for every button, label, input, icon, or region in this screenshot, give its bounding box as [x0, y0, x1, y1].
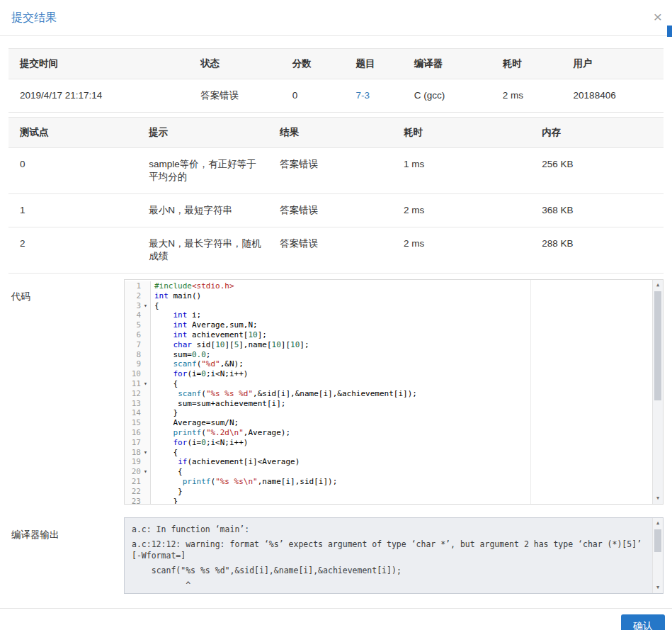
confirm-button[interactable]: 确认	[621, 614, 665, 630]
code-line: 4 int i;	[125, 310, 663, 320]
line-number: 6	[125, 330, 141, 340]
line-number: 8	[125, 350, 141, 360]
code-line-content: {	[151, 301, 663, 311]
line-number-gutter: 19	[125, 457, 151, 467]
fold-gutter-spacer	[141, 408, 150, 418]
column-header-status: 状态	[189, 49, 281, 79]
cell-result: 答案错误	[268, 227, 392, 274]
code-line-content: if(achievement[i]<Average)	[151, 457, 663, 467]
fold-gutter-spacer	[141, 330, 150, 340]
line-number: 1	[125, 281, 141, 291]
fold-gutter-spacer	[141, 438, 150, 448]
cell-testcase-id: 2	[8, 227, 137, 274]
cell-compiler: C (gcc)	[403, 79, 491, 113]
code-line: 13 sum=sum+achievement[i];	[125, 399, 663, 409]
column-header-user: 用户	[562, 49, 664, 79]
line-number-gutter: 18▾	[125, 448, 151, 458]
line-number-gutter: 4	[125, 310, 151, 320]
code-line-content: Average=sum/N;	[151, 418, 663, 428]
code-line-content: {	[151, 379, 663, 389]
fold-gutter-spacer	[141, 291, 150, 301]
code-line-content: }	[151, 497, 663, 505]
column-header-time-used: 耗时	[392, 118, 530, 148]
fold-gutter-spacer	[141, 389, 150, 399]
code-line: 23 }	[125, 497, 663, 505]
compiler-output[interactable]: a.c: In function ‘main’:a.c:12:12: warni…	[124, 517, 664, 594]
column-header-hint: 提示	[137, 118, 268, 148]
line-number-gutter: 3▾	[125, 301, 151, 311]
cell-time-used: 2 ms	[392, 194, 530, 227]
line-number: 12	[125, 389, 141, 399]
cell-memory: 256 KB	[530, 148, 664, 194]
scroll-down-icon[interactable]: ▼	[653, 583, 663, 593]
code-line-content: }	[151, 408, 663, 418]
code-scrollbar-thumb[interactable]	[654, 291, 661, 400]
code-line: 9 scanf("%d",&N);	[125, 359, 663, 369]
close-icon[interactable]: ×	[654, 9, 662, 24]
fold-gutter-spacer	[141, 497, 150, 505]
fold-toggle-icon[interactable]: ▾	[141, 467, 150, 477]
modal-footer: 确认	[0, 608, 672, 630]
code-line-content: }	[151, 487, 663, 497]
cell-problem: 7-3	[345, 79, 403, 113]
line-number: 21	[125, 477, 141, 487]
code-section: 代码 1#include<stdio.h>2int main()3▾{4 int…	[8, 279, 664, 505]
code-line: 17 for(i=0;i<N;i++)	[125, 438, 663, 448]
code-editor[interactable]: 1#include<stdio.h>2int main()3▾{4 int i;…	[124, 279, 664, 505]
code-label: 代码	[8, 279, 124, 303]
code-line-content: {	[151, 467, 663, 477]
code-line: 8 sum=0.0;	[125, 350, 663, 360]
scroll-up-icon[interactable]: ▲	[653, 280, 663, 291]
column-header-score: 分数	[281, 49, 345, 79]
testcase-row: 2最大N，最长字符串，随机成绩答案错误2 ms288 KB	[8, 227, 664, 274]
testcase-row: 0sample等价，有正好等于平均分的答案错误1 ms256 KB	[8, 148, 664, 194]
modal-scrollbar-thumb[interactable]	[667, 26, 672, 37]
page-title: 提交结果	[11, 11, 57, 23]
code-line: 6 int achievement[10];	[125, 330, 663, 340]
line-number: 2	[125, 291, 141, 301]
line-number-gutter: 1	[125, 281, 151, 291]
scroll-down-icon[interactable]: ▼	[653, 493, 663, 504]
fold-toggle-icon[interactable]: ▾	[141, 379, 150, 389]
line-number: 11	[125, 379, 141, 389]
line-number-gutter: 22	[125, 487, 151, 497]
line-number-gutter: 5	[125, 320, 151, 330]
line-number: 13	[125, 399, 141, 409]
cell-hint: sample等价，有正好等于平均分的	[137, 148, 268, 194]
modal-body: 提交时间状态分数题目编译器耗时用户 2019/4/17 21:17:14答案错误…	[0, 48, 672, 594]
cell-result: 答案错误	[268, 148, 392, 194]
fold-gutter-spacer	[141, 487, 150, 497]
line-number-gutter: 23	[125, 497, 151, 505]
code-line: 11▾ {	[125, 379, 663, 389]
code-line: 15 Average=sum/N;	[125, 418, 663, 428]
compiler-output-section: 编译器输出 a.c: In function ‘main’:a.c:12:12:…	[8, 517, 664, 594]
scroll-up-icon[interactable]: ▲	[653, 518, 663, 529]
compiler-output-line: a.c:12:12: warning: format ‘%s’ expects …	[132, 539, 646, 561]
cell-submit-time: 2019/4/17 21:17:14	[8, 79, 189, 113]
fold-toggle-icon[interactable]: ▾	[141, 301, 150, 311]
code-scrollbar[interactable]: ▲ ▼	[652, 280, 663, 504]
compiler-scrollbar[interactable]: ▲ ▼	[652, 518, 663, 593]
testcase-table-header-row: 测试点提示结果耗时内存	[8, 118, 664, 148]
cell-user: 20188406	[562, 79, 664, 113]
line-number: 18	[125, 448, 141, 458]
problem-link[interactable]: 7-3	[356, 90, 370, 101]
line-number: 10	[125, 369, 141, 379]
cell-memory: 288 KB	[530, 227, 664, 274]
cell-hint: 最小N，最短字符串	[137, 194, 268, 227]
fold-gutter-spacer	[141, 418, 150, 428]
code-line: 10 for(i=0;i<N;i++)	[125, 369, 663, 379]
line-number: 22	[125, 487, 141, 497]
fold-gutter-spacer	[141, 350, 150, 360]
fold-gutter-spacer	[141, 457, 150, 467]
cell-time-used: 1 ms	[392, 148, 530, 194]
cell-testcase-id: 0	[8, 148, 137, 194]
code-line-content: #include<stdio.h>	[151, 281, 663, 291]
compiler-scrollbar-thumb[interactable]	[654, 529, 661, 552]
fold-gutter-spacer	[141, 477, 150, 487]
line-number-gutter: 10	[125, 369, 151, 379]
fold-toggle-icon[interactable]: ▾	[141, 448, 150, 458]
line-number-gutter: 17	[125, 438, 151, 448]
line-number: 14	[125, 408, 141, 418]
line-number: 20	[125, 467, 141, 477]
